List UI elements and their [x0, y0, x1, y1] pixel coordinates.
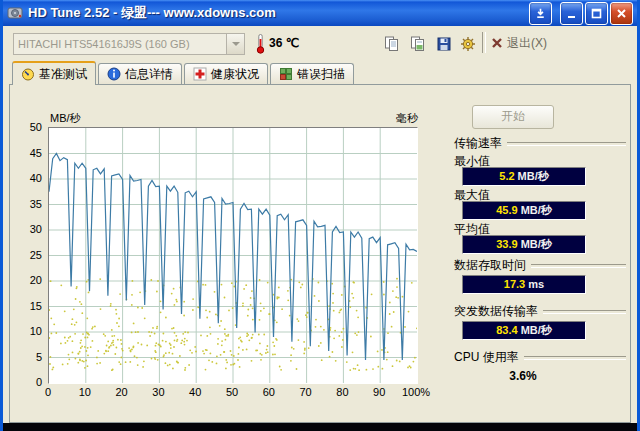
- benchmark-panel: MB/秒 毫秒 50454035302520151050 01020304050…: [9, 84, 631, 423]
- avg-unit: MB/秒: [521, 238, 552, 250]
- x-tick-label: 30: [152, 386, 164, 398]
- burst-rate-label: 突发数据传输率: [454, 303, 538, 320]
- options-button[interactable]: [455, 31, 481, 56]
- maximize-button[interactable]: [585, 2, 608, 25]
- y-axis-labels: 50454035302520151050: [14, 127, 44, 382]
- y-tick-label: 35: [14, 198, 42, 210]
- access-time-value: 17.3: [504, 278, 525, 290]
- x-axis-labels: 0102030405060708090100%: [48, 386, 416, 400]
- y-tick-label: 10: [14, 325, 42, 337]
- x-tick-label: 70: [299, 386, 311, 398]
- x-tick-label: 0: [45, 386, 51, 398]
- x-tick-label: 100%: [402, 386, 430, 398]
- max-value-box: 45.9MB/秒: [462, 201, 586, 220]
- max-value: 45.9: [496, 204, 517, 216]
- download-button[interactable]: [529, 2, 552, 25]
- burst-rate-unit: MB/秒: [521, 324, 552, 336]
- min-unit: MB/秒: [518, 170, 549, 182]
- min-value: 5.2: [499, 170, 514, 182]
- health-cross-icon: [193, 67, 207, 81]
- tab-benchmark[interactable]: 基准测试: [12, 61, 96, 85]
- copy-icon: [384, 36, 400, 52]
- access-time-label: 数据存取时间: [454, 257, 526, 274]
- y-tick-label: 0: [14, 376, 42, 388]
- min-value-box: 5.2MB/秒: [462, 167, 586, 186]
- x-tick-label: 80: [336, 386, 348, 398]
- cpu-usage-label: CPU 使用率: [454, 349, 519, 366]
- access-time-value-box: 17.3ms: [462, 275, 586, 294]
- tab-health-label: 健康状况: [211, 66, 259, 83]
- y-tick-label: 15: [14, 300, 42, 312]
- y-tick-label: 20: [14, 274, 42, 286]
- temperature-value: 36 ℃: [269, 36, 299, 50]
- close-button[interactable]: [610, 2, 633, 25]
- copy-image-icon: [410, 36, 426, 52]
- minimize-button[interactable]: [560, 2, 583, 25]
- y-tick-label: 50: [14, 121, 42, 133]
- burst-rate-value: 83.4: [496, 324, 517, 336]
- y-tick-label: 5: [14, 351, 42, 363]
- y-right-axis-unit: 毫秒: [396, 111, 418, 126]
- x-tick-label: 40: [189, 386, 201, 398]
- y-tick-label: 30: [14, 223, 42, 235]
- tab-error-scan-label: 错误扫描: [297, 66, 345, 83]
- save-icon: [436, 36, 452, 52]
- window-bottom-bar: [3, 423, 637, 431]
- tab-health[interactable]: 健康状况: [184, 63, 268, 84]
- tab-info-label: 信息详情: [125, 66, 173, 83]
- x-tick-label: 90: [373, 386, 385, 398]
- transfer-rate-group: 传输速率: [454, 135, 626, 152]
- x-tick-label: 60: [263, 386, 275, 398]
- benchmark-chart: [49, 128, 417, 383]
- exit-button[interactable]: 退出(X): [491, 33, 547, 53]
- x-tick-label: 10: [79, 386, 91, 398]
- cpu-usage-group: CPU 使用率: [454, 349, 626, 366]
- toolbar-separator: [482, 32, 486, 53]
- toolbar: HITACHI HTS541616J9S (160 GB) 36 ℃ 退出(X): [3, 26, 637, 60]
- y-tick-label: 25: [14, 249, 42, 261]
- save-button[interactable]: [431, 31, 457, 56]
- tab-info[interactable]: 信息详情: [98, 63, 182, 84]
- start-button[interactable]: 开始: [472, 105, 554, 129]
- x-tick-label: 20: [115, 386, 127, 398]
- scan-blocks-icon: [279, 67, 293, 81]
- gear-icon: [460, 36, 476, 52]
- benchmark-plot: [48, 127, 418, 384]
- burst-rate-value-box: 83.4MB/秒: [462, 321, 586, 340]
- y-tick-label: 40: [14, 172, 42, 184]
- app-icon: [7, 5, 23, 21]
- tab-benchmark-label: 基准测试: [39, 66, 87, 83]
- transfer-rate-group-label: 传输速率: [454, 135, 502, 152]
- drive-select[interactable]: HITACHI HTS541616J9S (160 GB): [13, 33, 245, 55]
- avg-value-box: 33.9MB/秒: [462, 235, 586, 254]
- max-unit: MB/秒: [521, 204, 552, 216]
- info-icon: [107, 67, 121, 81]
- exit-label: 退出(X): [507, 35, 547, 52]
- burst-rate-group: 突发数据传输率: [454, 303, 626, 320]
- title-bar: HD Tune 2.52 - 绿盟--- www.xdowns.com: [3, 0, 637, 26]
- access-time-unit: ms: [528, 278, 544, 290]
- thermometer-icon: [255, 33, 266, 58]
- y-left-axis-unit: MB/秒: [50, 111, 81, 126]
- hdtune-window: HD Tune 2.52 - 绿盟--- www.xdowns.com HITA…: [0, 0, 640, 431]
- gauge-icon: [21, 67, 35, 81]
- copy-image-button[interactable]: [405, 31, 431, 56]
- tab-error-scan[interactable]: 错误扫描: [270, 63, 354, 84]
- cpu-usage-value: 3.6%: [462, 369, 584, 383]
- avg-value: 33.9: [496, 238, 517, 250]
- y-tick-label: 45: [14, 147, 42, 159]
- drive-select-value: HITACHI HTS541616J9S (160 GB): [14, 38, 226, 50]
- chevron-down-icon: [226, 34, 244, 54]
- access-time-group: 数据存取时间: [454, 257, 626, 274]
- x-tick-label: 50: [226, 386, 238, 398]
- copy-text-button[interactable]: [379, 31, 405, 56]
- tab-bar: 基准测试 信息详情 健康状况 错误扫描: [12, 61, 356, 84]
- window-title: HD Tune 2.52 - 绿盟--- www.xdowns.com: [28, 4, 527, 22]
- exit-x-icon: [491, 37, 503, 49]
